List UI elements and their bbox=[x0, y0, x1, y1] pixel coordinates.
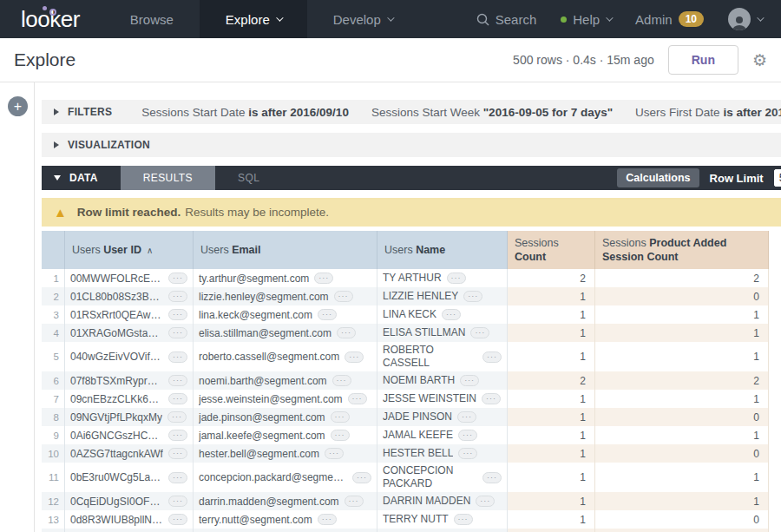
cell-email[interactable]: roberto.cassell@segment.com ··· bbox=[194, 342, 377, 371]
cell-name[interactable]: TERRY NUTT ··· bbox=[377, 510, 508, 529]
cell-menu-icon[interactable]: ··· bbox=[167, 411, 187, 423]
cell-sessions-count[interactable]: 1 bbox=[508, 342, 595, 371]
cell-menu-icon[interactable]: ··· bbox=[314, 273, 333, 284]
cell-user-id[interactable]: 09NGVtjPfLPkqxMy ··· bbox=[65, 408, 194, 426]
cell-sessions-count[interactable]: 1 bbox=[508, 305, 595, 324]
cell-sessions-count[interactable]: 2 bbox=[508, 269, 595, 287]
cell-menu-icon[interactable]: ··· bbox=[457, 411, 476, 423]
nav-item-browse[interactable]: Browse bbox=[104, 0, 200, 38]
column-header-product-added[interactable]: Sessions Product Added Session Count bbox=[595, 231, 769, 269]
cell-sessions-count[interactable]: 1 bbox=[508, 324, 595, 342]
cell-product-added-count[interactable]: 1 bbox=[595, 324, 769, 342]
cell-user-id[interactable]: 0AZSG7ttagcnkAWf ··· bbox=[65, 444, 194, 463]
cell-sessions-count[interactable]: 1 bbox=[508, 444, 595, 463]
gear-icon[interactable]: ⚙ bbox=[752, 52, 767, 69]
cell-email[interactable]: lina.keck@segment.com ··· bbox=[194, 305, 377, 324]
cell-user-id[interactable]: 00MWWFOLRcETcTCf ··· bbox=[65, 269, 194, 287]
cell-product-added-count[interactable]: 0 bbox=[595, 408, 769, 426]
filters-panel[interactable]: FILTERS Sessions Start Date is after 201… bbox=[42, 100, 781, 124]
column-header-sessions-count[interactable]: Sessions Count bbox=[508, 231, 595, 269]
data-label[interactable]: DATA bbox=[69, 172, 98, 184]
cell-menu-icon[interactable]: ··· bbox=[168, 430, 187, 441]
cell-sessions-count[interactable]: 1 bbox=[508, 408, 595, 426]
column-header-user-id[interactable]: Users User ID∧ bbox=[65, 231, 194, 269]
cell-name[interactable]: LINA KECK ··· bbox=[377, 305, 508, 324]
cell-user-id[interactable]: 07f8bTSXmRyprb1R ··· bbox=[65, 371, 194, 390]
cell-name[interactable]: JAMAL KEEFE ··· bbox=[377, 426, 508, 444]
cell-sessions-count[interactable]: 2 bbox=[508, 371, 595, 390]
cell-name[interactable]: DARRIN MADDEN ··· bbox=[377, 492, 508, 510]
column-header-name[interactable]: Users Name bbox=[377, 231, 508, 269]
nav-item-develop[interactable]: Develop bbox=[307, 0, 418, 38]
cell-user-id[interactable]: 01XRAGoMGstabzol ··· bbox=[65, 324, 194, 342]
looker-logo[interactable]: looker bbox=[0, 0, 104, 38]
tab-sql[interactable]: SQL bbox=[215, 166, 282, 190]
cell-email[interactable]: concepcion.packard@segment.com ··· bbox=[194, 463, 377, 492]
cell-menu-icon[interactable]: ··· bbox=[460, 375, 479, 386]
cell-menu-icon[interactable]: ··· bbox=[454, 514, 473, 525]
cell-menu-icon[interactable]: ··· bbox=[168, 472, 187, 483]
cell-menu-icon[interactable]: ··· bbox=[447, 273, 466, 284]
cell-sessions-count[interactable]: 1 bbox=[508, 492, 595, 510]
cell-user-id[interactable]: 0bE3ru0WCg5LauWM ··· bbox=[65, 463, 194, 492]
cell-menu-icon[interactable]: ··· bbox=[352, 472, 371, 483]
expand-arrow-icon[interactable] bbox=[54, 175, 61, 181]
cell-menu-icon[interactable]: ··· bbox=[345, 351, 364, 363]
cell-name[interactable]: JESSE WEINSTEIN ··· bbox=[377, 390, 508, 408]
cell-user-id[interactable]: 0d8R3WIUB8pllNwh ··· bbox=[65, 510, 194, 529]
cell-menu-icon[interactable]: ··· bbox=[168, 351, 187, 363]
cell-name[interactable]: TY ARTHUR ··· bbox=[377, 269, 508, 287]
admin-menu[interactable]: Admin 10 bbox=[635, 11, 704, 27]
search-button[interactable]: Search bbox=[476, 12, 537, 27]
nav-item-explore[interactable]: Explore bbox=[200, 0, 307, 38]
cell-menu-icon[interactable]: ··· bbox=[325, 448, 344, 459]
cell-product-added-count[interactable]: 1 bbox=[595, 390, 769, 408]
filter-item[interactable]: Sessions Start Date is after 2016/09/10 bbox=[141, 106, 349, 119]
cell-menu-icon[interactable]: ··· bbox=[168, 327, 187, 338]
cell-user-id[interactable]: 09cnEBzzCLKk6FbC ··· bbox=[65, 390, 194, 408]
cell-menu-icon[interactable]: ··· bbox=[331, 411, 350, 423]
cell-email[interactable]: lizzie.henley@segment.com ··· bbox=[194, 287, 377, 305]
help-menu[interactable]: Help bbox=[561, 12, 611, 27]
cell-product-added-count[interactable]: 1 bbox=[595, 305, 769, 324]
cell-email[interactable]: ty.arthur@segment.com ··· bbox=[194, 269, 377, 287]
add-field-button[interactable]: + bbox=[8, 96, 28, 116]
cell-menu-icon[interactable]: ··· bbox=[318, 309, 337, 320]
cell-user-id[interactable]: 0Ai6GNCGszHC4qlF ··· bbox=[65, 426, 194, 444]
row-limit-input[interactable] bbox=[774, 169, 781, 187]
cell-menu-icon[interactable]: ··· bbox=[482, 472, 502, 483]
cell-menu-icon[interactable]: ··· bbox=[168, 393, 187, 404]
cell-user-id[interactable]: 01CL80b08Sz3Bzh1 ··· bbox=[65, 287, 194, 305]
filter-item[interactable]: Users First Date is after 2016/09/10 bbox=[635, 106, 781, 119]
run-button[interactable]: Run bbox=[668, 45, 738, 75]
cell-menu-icon[interactable]: ··· bbox=[168, 273, 187, 284]
cell-product-added-count[interactable]: 0 bbox=[595, 287, 769, 305]
cell-email[interactable]: noemi.barth@segment.com ··· bbox=[194, 371, 377, 390]
cell-name[interactable]: ELISA STILLMAN ··· bbox=[377, 324, 508, 342]
cell-menu-icon[interactable]: ··· bbox=[458, 448, 477, 459]
cell-name[interactable]: ROBERTO CASSELL ··· bbox=[377, 342, 508, 371]
cell-email[interactable]: jade.pinson@segment.com ··· bbox=[194, 408, 377, 426]
cell-menu-icon[interactable]: ··· bbox=[458, 430, 477, 441]
cell-menu-icon[interactable]: ··· bbox=[168, 309, 187, 320]
user-menu[interactable] bbox=[728, 8, 762, 30]
cell-email[interactable]: hester.bell@segment.com ··· bbox=[194, 444, 377, 463]
column-header-email[interactable]: Users Email bbox=[194, 231, 377, 269]
cell-sessions-count[interactable]: 1 bbox=[508, 463, 595, 492]
cell-menu-icon[interactable]: ··· bbox=[442, 309, 461, 320]
cell-product-added-count[interactable]: 1 bbox=[595, 463, 769, 492]
cell-sessions-count[interactable]: 1 bbox=[508, 390, 595, 408]
cell-name[interactable]: CONCEPCION PACKARD ··· bbox=[377, 463, 508, 492]
cell-menu-icon[interactable]: ··· bbox=[470, 327, 489, 338]
cell-menu-icon[interactable]: ··· bbox=[348, 393, 367, 404]
cell-name[interactable]: NOEMI BARTH ··· bbox=[377, 371, 508, 390]
cell-menu-icon[interactable]: ··· bbox=[463, 291, 482, 302]
cell-menu-icon[interactable]: ··· bbox=[345, 496, 364, 507]
cell-email[interactable]: elisa.stillman@segment.com ··· bbox=[194, 324, 377, 342]
calculations-button[interactable]: Calculations bbox=[617, 168, 699, 187]
cell-name[interactable]: LIZZIE HENLEY ··· bbox=[377, 287, 508, 305]
cell-menu-icon[interactable]: ··· bbox=[337, 327, 356, 338]
cell-menu-icon[interactable]: ··· bbox=[168, 448, 187, 459]
cell-user-id[interactable]: 040wGzEivVOVifm6 ··· bbox=[65, 342, 194, 371]
cell-email[interactable]: darrin.madden@segment.com ··· bbox=[194, 492, 377, 510]
